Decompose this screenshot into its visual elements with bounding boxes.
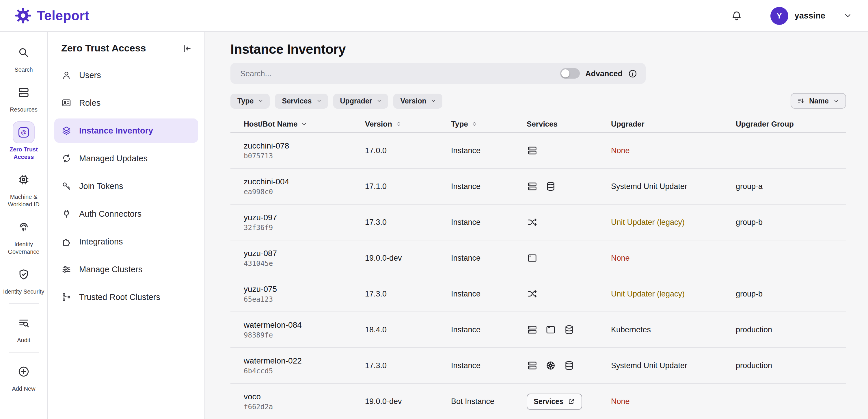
sidebar-item-search[interactable]: Search [0, 37, 48, 78]
host-cell: zucchini-078b075713 [244, 141, 365, 160]
sidenav-item-integrations[interactable]: Integrations [54, 230, 198, 254]
user-menu-chevron-icon[interactable] [843, 10, 853, 21]
database-icon [545, 181, 556, 192]
column-label: Upgrader [611, 120, 645, 128]
chevron-down-icon [833, 97, 840, 104]
search-input[interactable] [240, 69, 560, 78]
column-header-host-bot-name[interactable]: Host/Bot Name [244, 120, 365, 128]
sidebar-item-audit[interactable]: Audit [0, 308, 48, 348]
column-header-version[interactable]: Version [365, 120, 451, 128]
notifications-bell-icon[interactable] [731, 9, 743, 22]
database-icon [564, 360, 575, 371]
sidenav-item-label: Integrations [79, 237, 123, 246]
column-label: Host/Bot Name [244, 120, 298, 128]
filter-button-services[interactable]: Services [275, 93, 328, 108]
version-cell: 17.1.0 [365, 182, 451, 191]
app-root: Teleport Y yassine SearchResources@Zero … [0, 0, 868, 419]
host-id: 431045e [244, 260, 365, 268]
table-row[interactable]: yuzu-087431045e19.0.0-devInstanceNone [230, 240, 846, 276]
sidenav-item-instance-inventory[interactable]: Instance Inventory [54, 118, 198, 143]
sort-button[interactable]: Name [790, 93, 846, 109]
column-label: Version [365, 120, 392, 128]
type-cell: Instance [451, 325, 527, 334]
collapse-sidenav-icon[interactable] [182, 43, 192, 54]
sidenav-item-auth-connectors[interactable]: Auth Connectors [54, 202, 198, 226]
advanced-toggle[interactable] [560, 68, 580, 79]
column-label: Type [451, 120, 468, 128]
filter-row: TypeServicesUpgraderVersion Name [230, 93, 846, 109]
column-header-type[interactable]: Type [451, 120, 527, 128]
filter-button-upgrader[interactable]: Upgrader [333, 93, 388, 108]
search-bar: Advanced [230, 63, 646, 84]
services-cell [527, 145, 611, 156]
sidebar-item-label: Identity Security [3, 288, 44, 295]
type-cell: Instance [451, 290, 527, 298]
sidebar-item-identity-governance[interactable]: Identity Governance [0, 212, 48, 260]
upgrader-cell: Systemd Unit Updater [611, 361, 736, 370]
sidenav-item-manage-clusters[interactable]: Manage Clusters [54, 257, 198, 281]
sidebar-item-add-new[interactable]: Add New [0, 357, 48, 396]
join-tokens-icon [61, 181, 72, 191]
table-body: zucchini-078b07571317.0.0InstanceNonezuc… [230, 133, 846, 419]
host-cell: yuzu-09732f36f9 [244, 213, 365, 232]
app-shell: SearchResources@Zero Trust AccessMachine… [0, 32, 868, 419]
shuffle-icon [527, 217, 538, 228]
sidenav-item-label: Join Tokens [79, 181, 123, 191]
upgrader-cell: Systemd Unit Updater [611, 182, 736, 191]
upgrader-group-cell: group-b [736, 290, 846, 298]
sidenav-item-users[interactable]: Users [54, 63, 198, 87]
type-cell: Instance [451, 146, 527, 155]
sidenav-item-trusted-root-clusters[interactable]: Trusted Root Clusters [54, 285, 198, 309]
teleport-gear-icon [14, 7, 32, 24]
table-row[interactable]: yuzu-09732f36f917.3.0InstanceUnit Update… [230, 205, 846, 240]
sort-both-icon [471, 120, 478, 128]
host-id: 98389fe [244, 331, 365, 339]
host-id: f662d2a [244, 403, 365, 411]
type-cell: Instance [451, 218, 527, 227]
sidenav-item-join-tokens[interactable]: Join Tokens [54, 174, 198, 198]
table-row[interactable]: zucchini-004ea998c017.1.0InstanceSystemd… [230, 169, 846, 205]
server-icon [527, 324, 538, 335]
sidenav-item-managed-updates[interactable]: Managed Updates [54, 146, 198, 171]
teleport-logo[interactable]: Teleport [14, 7, 89, 24]
upgrader-group-cell: production [736, 325, 846, 334]
type-cell: Bot Instance [451, 397, 527, 406]
column-header-upgrader-group: Upgrader Group [736, 120, 846, 128]
sidenav-items: UsersRolesInstance InventoryManaged Upda… [54, 63, 198, 309]
chevron-down-icon [431, 98, 437, 104]
table-row[interactable]: yuzu-07565ea12317.3.0InstanceUnit Update… [230, 276, 846, 312]
services-button[interactable]: Services [527, 393, 582, 410]
services-cell [527, 252, 611, 264]
table-row[interactable]: zucchini-078b07571317.0.0InstanceNone [230, 133, 846, 169]
host-id: ea998c0 [244, 188, 365, 196]
filter-button-version[interactable]: Version [394, 93, 443, 108]
zero-trust-access-icon: @ [13, 121, 35, 143]
filter-label: Upgrader [340, 97, 372, 105]
sidebar-item-identity-security[interactable]: Identity Security [0, 260, 48, 299]
iconbar-divider [9, 352, 39, 353]
sort-button-label: Name [809, 97, 829, 105]
sort-chevron-down-icon [300, 120, 308, 128]
user-name: yassine [795, 11, 825, 20]
column-header-upgrader: Upgrader [611, 120, 736, 128]
sidebar-item-resources[interactable]: Resources [0, 78, 48, 117]
user-menu[interactable]: Y yassine [770, 7, 825, 25]
sidebar-item-machine-workload-id[interactable]: Machine & Workload ID [0, 165, 48, 212]
chevron-down-icon [316, 98, 322, 104]
version-cell: 19.0.0-dev [365, 254, 451, 262]
chevron-down-icon [258, 98, 264, 104]
sidenav-title: Zero Trust Access [61, 43, 146, 54]
host-id: 32f36f9 [244, 224, 365, 232]
sidenav-item-label: Auth Connectors [79, 209, 142, 218]
table-row[interactable]: watermelon-08498389fe18.4.0InstanceKuber… [230, 312, 846, 348]
table-header: Host/Bot NameVersionTypeServicesUpgrader… [230, 116, 846, 133]
external-link-icon [568, 398, 576, 405]
table-row[interactable]: vocof662d2a19.0.0-devBot InstanceService… [230, 384, 846, 419]
sidenav-item-roles[interactable]: Roles [54, 91, 198, 115]
info-icon[interactable] [628, 68, 638, 78]
sidebar-item-zero-trust-access[interactable]: @Zero Trust Access [0, 117, 48, 165]
host-name: voco [244, 392, 365, 401]
filter-button-type[interactable]: Type [230, 93, 270, 108]
table-row[interactable]: watermelon-0226b4ccd517.3.0InstanceSyste… [230, 348, 846, 384]
sidenav-item-label: Instance Inventory [79, 126, 153, 135]
